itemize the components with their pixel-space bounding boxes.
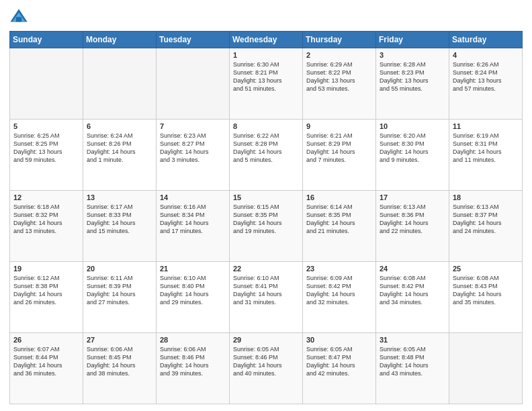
day-info: Sunrise: 6:05 AM Sunset: 8:47 PM Dayligh… bbox=[306, 345, 372, 378]
calendar-cell: 5Sunrise: 6:25 AM Sunset: 8:25 PM Daylig… bbox=[10, 120, 83, 191]
day-info: Sunrise: 6:07 AM Sunset: 8:44 PM Dayligh… bbox=[13, 345, 79, 378]
calendar-cell: 11Sunrise: 6:19 AM Sunset: 8:31 PM Dayli… bbox=[449, 120, 523, 191]
day-info: Sunrise: 6:12 AM Sunset: 8:38 PM Dayligh… bbox=[13, 274, 79, 307]
header bbox=[9, 7, 523, 26]
calendar-cell: 21Sunrise: 6:10 AM Sunset: 8:40 PM Dayli… bbox=[157, 262, 230, 333]
calendar-cell bbox=[449, 333, 523, 404]
page: SundayMondayTuesdayWednesdayThursdayFrid… bbox=[0, 0, 532, 411]
day-number: 1 bbox=[233, 51, 299, 59]
calendar-week-4: 19Sunrise: 6:12 AM Sunset: 8:38 PM Dayli… bbox=[10, 262, 523, 333]
logo bbox=[9, 7, 31, 26]
day-info: Sunrise: 6:17 AM Sunset: 8:33 PM Dayligh… bbox=[87, 203, 152, 236]
calendar-cell bbox=[10, 48, 83, 120]
calendar-header-thursday: Thursday bbox=[303, 32, 376, 48]
day-info: Sunrise: 6:08 AM Sunset: 8:43 PM Dayligh… bbox=[453, 274, 519, 307]
day-info: Sunrise: 6:23 AM Sunset: 8:27 PM Dayligh… bbox=[160, 132, 226, 165]
day-info: Sunrise: 6:21 AM Sunset: 8:29 PM Dayligh… bbox=[306, 132, 372, 165]
day-number: 25 bbox=[453, 265, 519, 273]
day-number: 3 bbox=[380, 51, 445, 59]
calendar-header-saturday: Saturday bbox=[449, 32, 523, 48]
day-number: 28 bbox=[160, 336, 226, 344]
calendar-cell: 26Sunrise: 6:07 AM Sunset: 8:44 PM Dayli… bbox=[10, 333, 83, 404]
calendar-cell: 3Sunrise: 6:28 AM Sunset: 8:23 PM Daylig… bbox=[376, 48, 449, 120]
day-number: 21 bbox=[160, 265, 226, 273]
calendar-cell: 2Sunrise: 6:29 AM Sunset: 8:22 PM Daylig… bbox=[303, 48, 376, 120]
day-info: Sunrise: 6:05 AM Sunset: 8:46 PM Dayligh… bbox=[233, 345, 299, 378]
calendar-cell: 10Sunrise: 6:20 AM Sunset: 8:30 PM Dayli… bbox=[376, 120, 449, 191]
day-number: 22 bbox=[233, 265, 299, 273]
calendar-header-tuesday: Tuesday bbox=[157, 32, 230, 48]
calendar-cell: 17Sunrise: 6:13 AM Sunset: 8:36 PM Dayli… bbox=[376, 191, 449, 262]
day-info: Sunrise: 6:16 AM Sunset: 8:34 PM Dayligh… bbox=[160, 203, 226, 236]
calendar-cell: 16Sunrise: 6:14 AM Sunset: 8:35 PM Dayli… bbox=[303, 191, 376, 262]
day-info: Sunrise: 6:25 AM Sunset: 8:25 PM Dayligh… bbox=[13, 132, 79, 165]
day-info: Sunrise: 6:06 AM Sunset: 8:46 PM Dayligh… bbox=[160, 345, 226, 378]
day-number: 29 bbox=[233, 336, 299, 344]
day-info: Sunrise: 6:10 AM Sunset: 8:40 PM Dayligh… bbox=[160, 274, 226, 307]
calendar-cell: 24Sunrise: 6:08 AM Sunset: 8:42 PM Dayli… bbox=[376, 262, 449, 333]
calendar-cell: 19Sunrise: 6:12 AM Sunset: 8:38 PM Dayli… bbox=[10, 262, 83, 333]
day-number: 5 bbox=[13, 122, 79, 130]
calendar-header-friday: Friday bbox=[376, 32, 449, 48]
day-number: 6 bbox=[87, 122, 152, 130]
day-info: Sunrise: 6:30 AM Sunset: 8:21 PM Dayligh… bbox=[233, 60, 299, 93]
calendar-cell: 7Sunrise: 6:23 AM Sunset: 8:27 PM Daylig… bbox=[157, 120, 230, 191]
day-info: Sunrise: 6:28 AM Sunset: 8:23 PM Dayligh… bbox=[380, 60, 445, 93]
calendar: SundayMondayTuesdayWednesdayThursdayFrid… bbox=[9, 31, 523, 404]
day-number: 11 bbox=[453, 122, 519, 130]
day-info: Sunrise: 6:29 AM Sunset: 8:22 PM Dayligh… bbox=[306, 60, 372, 93]
day-number: 12 bbox=[13, 193, 79, 201]
calendar-cell: 28Sunrise: 6:06 AM Sunset: 8:46 PM Dayli… bbox=[157, 333, 230, 404]
day-number: 30 bbox=[306, 336, 372, 344]
calendar-header-monday: Monday bbox=[83, 32, 157, 48]
day-number: 4 bbox=[453, 51, 519, 59]
calendar-header-sunday: Sunday bbox=[10, 32, 83, 48]
day-info: Sunrise: 6:26 AM Sunset: 8:24 PM Dayligh… bbox=[453, 60, 519, 93]
calendar-week-2: 5Sunrise: 6:25 AM Sunset: 8:25 PM Daylig… bbox=[10, 120, 523, 191]
day-info: Sunrise: 6:14 AM Sunset: 8:35 PM Dayligh… bbox=[306, 203, 372, 236]
day-number: 17 bbox=[380, 193, 445, 201]
calendar-cell bbox=[157, 48, 230, 120]
day-number: 19 bbox=[13, 265, 79, 273]
calendar-cell: 6Sunrise: 6:24 AM Sunset: 8:26 PM Daylig… bbox=[83, 120, 157, 191]
calendar-week-3: 12Sunrise: 6:18 AM Sunset: 8:32 PM Dayli… bbox=[10, 191, 523, 262]
day-info: Sunrise: 6:19 AM Sunset: 8:31 PM Dayligh… bbox=[453, 132, 519, 165]
calendar-cell: 14Sunrise: 6:16 AM Sunset: 8:34 PM Dayli… bbox=[157, 191, 230, 262]
logo-icon bbox=[9, 7, 28, 26]
svg-rect-2 bbox=[16, 17, 21, 21]
day-info: Sunrise: 6:06 AM Sunset: 8:45 PM Dayligh… bbox=[87, 345, 152, 378]
day-number: 13 bbox=[87, 193, 152, 201]
calendar-cell: 18Sunrise: 6:13 AM Sunset: 8:37 PM Dayli… bbox=[449, 191, 523, 262]
day-number: 23 bbox=[306, 265, 372, 273]
day-number: 7 bbox=[160, 122, 226, 130]
day-info: Sunrise: 6:13 AM Sunset: 8:37 PM Dayligh… bbox=[453, 203, 519, 236]
day-info: Sunrise: 6:11 AM Sunset: 8:39 PM Dayligh… bbox=[87, 274, 152, 307]
day-info: Sunrise: 6:13 AM Sunset: 8:36 PM Dayligh… bbox=[380, 203, 445, 236]
day-info: Sunrise: 6:22 AM Sunset: 8:28 PM Dayligh… bbox=[233, 132, 299, 165]
day-info: Sunrise: 6:08 AM Sunset: 8:42 PM Dayligh… bbox=[380, 274, 445, 307]
day-info: Sunrise: 6:15 AM Sunset: 8:35 PM Dayligh… bbox=[233, 203, 299, 236]
calendar-week-5: 26Sunrise: 6:07 AM Sunset: 8:44 PM Dayli… bbox=[10, 333, 523, 404]
calendar-cell: 15Sunrise: 6:15 AM Sunset: 8:35 PM Dayli… bbox=[230, 191, 303, 262]
day-number: 10 bbox=[380, 122, 445, 130]
day-number: 31 bbox=[380, 336, 445, 344]
calendar-header-row: SundayMondayTuesdayWednesdayThursdayFrid… bbox=[10, 32, 523, 48]
calendar-cell: 31Sunrise: 6:05 AM Sunset: 8:48 PM Dayli… bbox=[376, 333, 449, 404]
day-number: 18 bbox=[453, 193, 519, 201]
calendar-cell: 13Sunrise: 6:17 AM Sunset: 8:33 PM Dayli… bbox=[83, 191, 157, 262]
calendar-cell: 29Sunrise: 6:05 AM Sunset: 8:46 PM Dayli… bbox=[230, 333, 303, 404]
day-number: 15 bbox=[233, 193, 299, 201]
calendar-cell: 20Sunrise: 6:11 AM Sunset: 8:39 PM Dayli… bbox=[83, 262, 157, 333]
day-number: 26 bbox=[13, 336, 79, 344]
calendar-header-wednesday: Wednesday bbox=[230, 32, 303, 48]
day-number: 24 bbox=[380, 265, 445, 273]
day-info: Sunrise: 6:10 AM Sunset: 8:41 PM Dayligh… bbox=[233, 274, 299, 307]
day-number: 14 bbox=[160, 193, 226, 201]
day-number: 27 bbox=[87, 336, 152, 344]
day-number: 9 bbox=[306, 122, 372, 130]
day-info: Sunrise: 6:09 AM Sunset: 8:42 PM Dayligh… bbox=[306, 274, 372, 307]
day-info: Sunrise: 6:18 AM Sunset: 8:32 PM Dayligh… bbox=[13, 203, 79, 236]
calendar-cell: 9Sunrise: 6:21 AM Sunset: 8:29 PM Daylig… bbox=[303, 120, 376, 191]
day-info: Sunrise: 6:20 AM Sunset: 8:30 PM Dayligh… bbox=[380, 132, 445, 165]
calendar-cell: 23Sunrise: 6:09 AM Sunset: 8:42 PM Dayli… bbox=[303, 262, 376, 333]
